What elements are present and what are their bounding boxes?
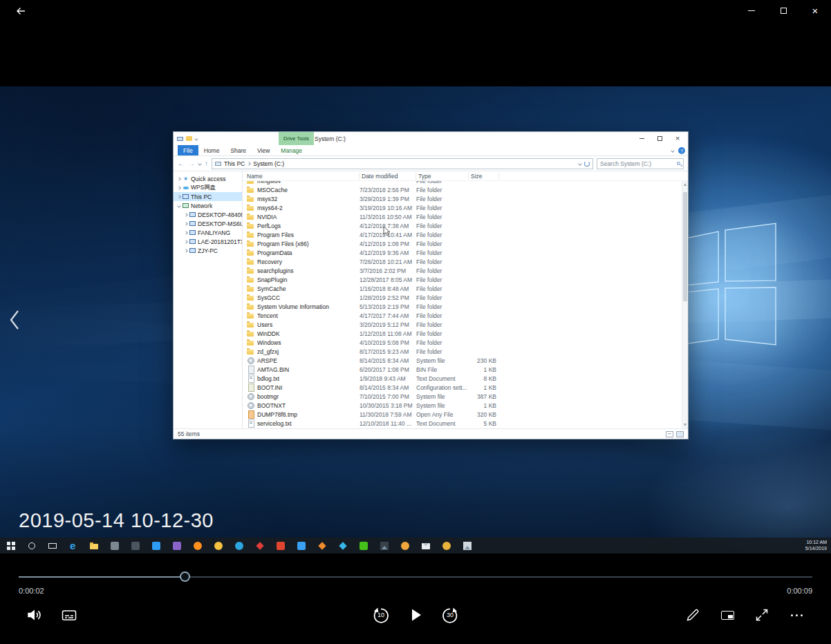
- explorer-close-button[interactable]: ×: [669, 132, 687, 145]
- expander-icon[interactable]: [184, 222, 188, 226]
- expander-icon[interactable]: [177, 204, 181, 208]
- taskbar-icon[interactable]: [151, 540, 162, 551]
- taskbar-icon[interactable]: [400, 540, 411, 551]
- file-row[interactable]: Recovery 7/26/2018 10:21 AM File folder: [243, 257, 688, 266]
- skip-back-10-button[interactable]: 10: [367, 601, 395, 629]
- taskbar-icon[interactable]: [337, 540, 348, 551]
- file-row[interactable]: MSOCache 7/23/2018 2:56 PM File folder: [243, 185, 688, 194]
- expander-icon[interactable]: [177, 186, 181, 190]
- file-row[interactable]: AMTAG.BIN 6/20/2017 1:08 PM BIN File 1 K…: [243, 365, 688, 374]
- recent-locations-icon[interactable]: [198, 162, 202, 166]
- file-row[interactable]: SnapPlugin 12/28/2017 8:05 AM File folde…: [243, 275, 688, 284]
- expander-icon[interactable]: [177, 195, 181, 199]
- file-row[interactable]: Program Files 4/17/2019 10:41 AM File fo…: [243, 230, 688, 239]
- file-row[interactable]: WinDDK 1/12/2018 11:08 AM File folder: [243, 329, 688, 338]
- file-row[interactable]: Tencent 4/17/2017 7:44 AM File folder: [243, 311, 688, 320]
- address-dropdown-icon[interactable]: [578, 162, 582, 166]
- expander-icon[interactable]: [184, 213, 188, 217]
- address-bar[interactable]: This PC System (C:): [212, 158, 593, 169]
- taskbar-icon[interactable]: [234, 540, 245, 551]
- taskbar-icon[interactable]: [88, 540, 100, 551]
- fullscreen-button[interactable]: [748, 601, 776, 629]
- taskbar-icon[interactable]: [130, 540, 141, 551]
- minimize-button[interactable]: [736, 0, 767, 21]
- file-row[interactable]: SysGCC 1/28/2019 2:52 PM File folder: [243, 293, 688, 302]
- file-row[interactable]: NVIDIA 11/3/2016 10:50 AM File folder: [243, 212, 688, 221]
- play-button[interactable]: [402, 601, 429, 629]
- taskbar-icon[interactable]: [441, 540, 452, 551]
- back-button[interactable]: [8, 1, 33, 21]
- nav-item[interactable]: LAE-20181201TXM: [174, 237, 242, 246]
- column-header-type[interactable]: Type: [416, 173, 469, 180]
- file-row[interactable]: Windows 4/10/2019 5:08 PM File folder: [243, 338, 688, 347]
- file-row[interactable]: bdlog.txt 1/9/2018 9:43 AM Text Document…: [243, 374, 688, 383]
- search-box[interactable]: Search System (C:): [597, 158, 684, 169]
- file-row[interactable]: msys32 3/29/2019 1:39 PM File folder: [243, 194, 688, 203]
- file-row[interactable]: zd_gfzxj 8/17/2015 9:23 AM File folder: [243, 347, 688, 356]
- close-button[interactable]: ×: [799, 0, 831, 21]
- expander-icon[interactable]: [184, 231, 188, 235]
- taskbar-clock[interactable]: 10:12 AM 5/14/2019: [805, 540, 827, 551]
- thumbnails-view-icon[interactable]: [676, 431, 684, 437]
- nav-item[interactable]: WPS网盘: [174, 183, 242, 192]
- contextual-tab-group[interactable]: Drive Tools: [279, 132, 314, 145]
- expander-icon[interactable]: [184, 249, 188, 253]
- seek-bar[interactable]: [19, 571, 812, 583]
- scroll-down-icon[interactable]: [684, 424, 687, 426]
- volume-button[interactable]: [21, 601, 48, 629]
- taskbar-icon[interactable]: [379, 540, 390, 551]
- column-header-size[interactable]: Size: [469, 173, 499, 180]
- file-row[interactable]: msys64-2 3/19/2019 10:16 AM File folder: [243, 203, 688, 212]
- nav-item[interactable]: ZJY-PC: [174, 246, 242, 255]
- taskbar-icon[interactable]: [171, 540, 183, 551]
- scrollbar[interactable]: [682, 181, 688, 428]
- taskbar-icon[interactable]: [47, 540, 58, 551]
- ribbon-tab[interactable]: Home: [198, 145, 225, 155]
- file-row[interactable]: Program Files (x86) 4/12/2019 1:08 PM Fi…: [243, 239, 688, 248]
- expander-icon[interactable]: [177, 177, 181, 181]
- taskbar-icon[interactable]: [296, 540, 307, 551]
- quick-access-toolbar-icon[interactable]: [186, 136, 192, 141]
- nav-back-icon[interactable]: ←: [178, 160, 185, 167]
- skip-forward-30-button[interactable]: 30: [436, 601, 464, 629]
- scroll-up-icon[interactable]: [684, 183, 687, 186]
- details-view-icon[interactable]: [666, 431, 673, 437]
- file-row[interactable]: PerfLogs 4/12/2018 7:38 AM File folder: [243, 221, 688, 230]
- edit-button[interactable]: [679, 601, 707, 629]
- maximize-button[interactable]: [767, 0, 799, 21]
- refresh-icon[interactable]: [584, 161, 590, 167]
- subtitles-button[interactable]: [55, 601, 83, 629]
- previous-button[interactable]: [4, 308, 22, 333]
- column-header-date-modified[interactable]: Date modified: [360, 173, 416, 180]
- taskbar-icon[interactable]: [26, 540, 37, 551]
- nav-item[interactable]: FANLIYANG: [174, 228, 242, 237]
- taskbar-icon[interactable]: [358, 540, 369, 551]
- file-row[interactable]: servicelog.txt 12/10/2018 11:40 ... Text…: [243, 419, 688, 428]
- file-row[interactable]: BOOTNXT 10/30/2015 3:18 PM System file 1…: [243, 401, 688, 410]
- help-icon[interactable]: ?: [678, 147, 685, 154]
- taskbar-icon[interactable]: [462, 540, 473, 551]
- file-row[interactable]: bootmgr 7/10/2015 7:00 PM System file 38…: [243, 392, 688, 401]
- taskbar-icon[interactable]: [275, 540, 286, 551]
- breadcrumb-separator-icon[interactable]: [247, 162, 251, 166]
- file-row[interactable]: BOOT.INI 8/14/2015 8:34 AM Configuration…: [243, 383, 688, 392]
- breadcrumb-drive[interactable]: System (C:): [253, 160, 284, 167]
- nav-item[interactable]: This PC: [174, 192, 242, 201]
- explorer-minimize-button[interactable]: [633, 132, 651, 145]
- expand-ribbon-icon[interactable]: [671, 149, 675, 153]
- nav-item[interactable]: DESKTOP-4840NBV: [174, 210, 242, 219]
- aspect-ratio-button[interactable]: [713, 601, 741, 629]
- taskbar-icon[interactable]: [6, 540, 17, 551]
- nav-item[interactable]: Quick access: [174, 174, 242, 183]
- nav-item[interactable]: DESKTOP-MS6UMF: [174, 219, 242, 228]
- ribbon-tab[interactable]: Share: [225, 145, 252, 155]
- column-header-name[interactable]: Name: [243, 173, 360, 180]
- taskbar-icon[interactable]: [254, 540, 265, 551]
- taskbar-icon[interactable]: [68, 540, 79, 551]
- more-options-button[interactable]: [783, 601, 810, 629]
- ribbon-tab[interactable]: Manage: [275, 145, 308, 155]
- file-row[interactable]: DUMP78f8.tmp 11/30/2018 7:59 AM Open Any…: [243, 410, 688, 419]
- taskbar-icon[interactable]: [420, 540, 431, 551]
- taskbar-icon[interactable]: [213, 540, 224, 551]
- taskbar-icon[interactable]: [192, 540, 203, 551]
